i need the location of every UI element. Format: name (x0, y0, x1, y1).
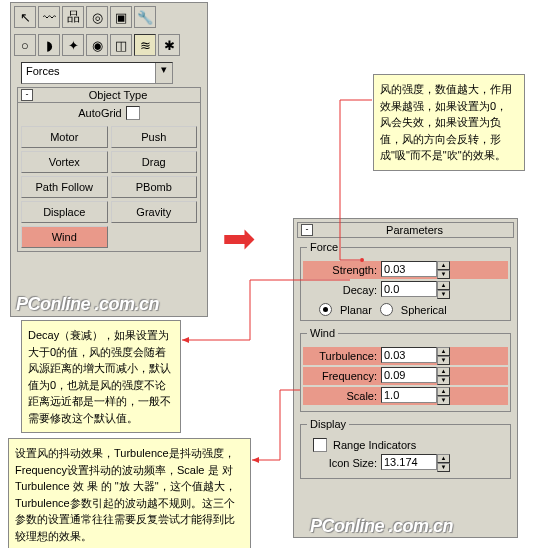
watermark: PConline .com.cn (16, 294, 159, 315)
autogrid-checkbox[interactable] (126, 106, 140, 120)
down-icon[interactable]: ▼ (437, 376, 450, 385)
pbomb-button[interactable]: PBomb (111, 176, 198, 198)
force-legend: Force (307, 241, 341, 253)
drag-button[interactable]: Drag (111, 151, 198, 173)
motor-button[interactable]: Motor (21, 126, 108, 148)
force-group: Force Strength: ▲▼ Decay: ▲▼ Planar Sphe… (300, 241, 511, 321)
shape-icon[interactable]: ◗ (38, 34, 60, 56)
spherical-radio[interactable] (380, 303, 393, 316)
decay-input[interactable] (381, 281, 437, 297)
down-icon[interactable]: ▼ (437, 463, 450, 472)
pathfollow-button[interactable]: Path Follow (21, 176, 108, 198)
chevron-down-icon[interactable]: ▾ (155, 63, 172, 83)
wind-group: Wind Turbulence: ▲▼ Frequency: ▲▼ Scale:… (300, 327, 511, 412)
parameters-panel: - Parameters Force Strength: ▲▼ Decay: ▲… (293, 218, 518, 538)
cam-icon[interactable]: ◉ (86, 34, 108, 56)
turb-input[interactable] (381, 347, 437, 363)
range-label: Range Indicators (333, 439, 416, 451)
up-icon[interactable]: ▲ (437, 454, 450, 463)
freq-input[interactable] (381, 367, 437, 383)
toolbar-row1: ↖ 〰 品 ◎ ▣ 🔧 (11, 3, 207, 31)
iconsize-label: Icon Size: (303, 457, 381, 469)
std-icon[interactable]: ○ (14, 34, 36, 56)
iconsize-input[interactable] (381, 454, 437, 470)
down-icon[interactable]: ▼ (437, 290, 450, 299)
scale-input[interactable] (381, 387, 437, 403)
util-icon[interactable]: 🔧 (134, 6, 156, 28)
wind-annotation: 设置风的抖动效果，Turbulence是抖动强度，Frequency设置抖动的波… (8, 438, 251, 548)
motion-icon[interactable]: ◎ (86, 6, 108, 28)
param-title: Parameters (319, 224, 510, 236)
object-type-rollout: - Object Type AutoGrid Motor Push Vortex… (17, 87, 201, 252)
iconsize-row: Icon Size: ▲▼ (303, 454, 508, 472)
rollout-title: Object Type (39, 89, 197, 101)
helper-icon[interactable]: ◫ (110, 34, 132, 56)
freq-label: Frequency: (303, 370, 381, 382)
watermark: PConline .com.cn (310, 516, 453, 537)
svg-marker-2 (252, 457, 259, 463)
up-icon[interactable]: ▲ (437, 347, 450, 356)
decay-row: Decay: ▲▼ (303, 281, 508, 299)
strength-row: Strength: ▲▼ (303, 261, 508, 279)
down-icon[interactable]: ▼ (437, 270, 450, 279)
hierarchy-icon[interactable]: 品 (62, 6, 84, 28)
spherical-label: Spherical (401, 304, 447, 316)
decay-label: Decay: (303, 284, 381, 296)
down-icon[interactable]: ▼ (437, 396, 450, 405)
planar-label: Planar (340, 304, 372, 316)
down-icon[interactable]: ▼ (437, 356, 450, 365)
planar-radio[interactable] (319, 303, 332, 316)
rollout-header[interactable]: - Object Type (18, 88, 200, 103)
range-row: Range Indicators (313, 438, 508, 452)
category-dropdown[interactable]: Forces ▾ (21, 62, 173, 84)
range-checkbox[interactable] (313, 438, 327, 452)
vortex-button[interactable]: Vortex (21, 151, 108, 173)
sys-icon[interactable]: ✱ (158, 34, 180, 56)
right-arrow-icon: ➡ (222, 215, 256, 261)
display-icon[interactable]: ▣ (110, 6, 132, 28)
strength-label: Strength: (303, 264, 381, 276)
light-icon[interactable]: ✦ (62, 34, 84, 56)
up-icon[interactable]: ▲ (437, 281, 450, 290)
decay-annotation: Decay（衰减），如果设置为大于0的值，风的强度会随着风源距离的增大而减小，默… (21, 320, 181, 433)
up-icon[interactable]: ▲ (437, 387, 450, 396)
minus-icon[interactable]: - (301, 224, 313, 236)
turb-row: Turbulence: ▲▼ (303, 347, 508, 365)
svg-marker-1 (182, 337, 189, 343)
turb-label: Turbulence: (303, 350, 381, 362)
param-header[interactable]: - Parameters (297, 222, 514, 238)
wind-legend: Wind (307, 327, 338, 339)
push-button[interactable]: Push (111, 126, 198, 148)
autogrid-row: AutoGrid (18, 103, 200, 123)
displace-button[interactable]: Displace (21, 201, 108, 223)
shape-radios: Planar Spherical (319, 303, 508, 316)
curve-icon[interactable]: 〰 (38, 6, 60, 28)
freq-row: Frequency: ▲▼ (303, 367, 508, 385)
object-buttons: Motor Push Vortex Drag Path Follow PBomb… (18, 123, 200, 251)
forces-panel: ↖ 〰 品 ◎ ▣ 🔧 ○ ◗ ✦ ◉ ◫ ≋ ✱ Forces ▾ - Obj… (10, 2, 208, 317)
up-icon[interactable]: ▲ (437, 261, 450, 270)
dropdown-value: Forces (22, 63, 155, 83)
display-group: Display Range Indicators Icon Size: ▲▼ (300, 418, 511, 479)
toolbar-row2: ○ ◗ ✦ ◉ ◫ ≋ ✱ (11, 31, 207, 59)
minus-icon[interactable]: - (21, 89, 33, 101)
wind-button[interactable]: Wind (21, 226, 108, 248)
autogrid-label: AutoGrid (78, 107, 121, 119)
scale-row: Scale: ▲▼ (303, 387, 508, 405)
strength-annotation: 风的强度，数值越大，作用效果越强，如果设置为0，风会失效，如果设置为负值，风的方… (373, 74, 525, 171)
spacewarps-icon[interactable]: ≋ (134, 34, 156, 56)
arrow-icon[interactable]: ↖ (14, 6, 36, 28)
strength-input[interactable] (381, 261, 437, 277)
display-legend: Display (307, 418, 349, 430)
up-icon[interactable]: ▲ (437, 367, 450, 376)
scale-label: Scale: (303, 390, 381, 402)
gravity-button[interactable]: Gravity (111, 201, 198, 223)
